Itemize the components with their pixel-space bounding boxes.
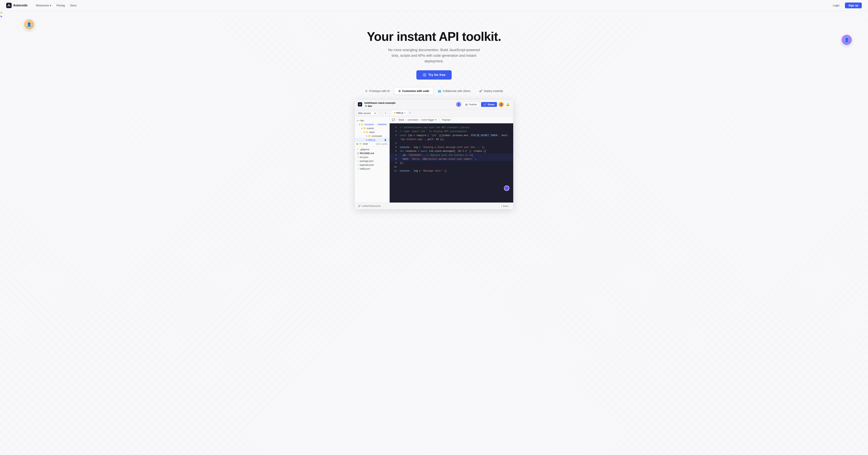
share-button[interactable]: 🔗 Share	[481, 102, 497, 107]
code-editor-area: hello.js ● + 💬 Slack — command — event t…	[390, 109, 513, 202]
code-line-8: 8 text: `Hello, <@${context.params.event…	[390, 157, 513, 161]
publish-icon: ▤	[465, 103, 467, 106]
editor-logo-icon: A	[358, 102, 362, 106]
service-selector[interactable]: Web service ▾	[357, 111, 377, 116]
code-selection: ​	[472, 154, 473, 157]
tree-www-folder[interactable]: ▶ 📁 www static assets	[355, 142, 390, 146]
users-icon: 👥	[438, 90, 441, 93]
file-icon: 📄	[357, 156, 359, 158]
editor-topbar-actions: 👤 ▤ Publish 🔗 Share 👤 🔔	[456, 102, 510, 107]
tree-file-env-json[interactable]: 📄 env.json	[355, 155, 390, 159]
tree-command-folder[interactable]: ▾ 📁 command	[355, 134, 390, 138]
event-trigger-selector[interactable]: Slack — command — event trigger ▾	[397, 118, 438, 122]
tab-collaborate[interactable]: 👥 Collaborate with others	[434, 87, 474, 95]
user-avatar-1: 👤	[456, 102, 461, 107]
inline-collaborator-avatar: ➤ 👤	[504, 186, 509, 191]
code-line-4: 4	[390, 141, 513, 145]
signup-button[interactable]: Sign up	[845, 2, 862, 8]
add-tab-button[interactable]: +	[408, 111, 412, 115]
tab-status-icon: ●	[404, 112, 405, 114]
payload-button[interactable]: Payload	[440, 118, 453, 122]
code-line-6: 6 let response = await lib.slack.message…	[390, 149, 513, 153]
folder-icon: 📁	[366, 131, 369, 134]
tree-root[interactable]: ▾ ● dev	[355, 119, 390, 123]
monitor-icon: 🖥	[365, 90, 368, 93]
nav-docs[interactable]: Docs	[68, 3, 79, 8]
hero-title: Your instant API toolkit.	[4, 30, 864, 43]
service-bar: Web service ▾ ⊙ ⚙	[355, 109, 390, 117]
code-line-3: 3 const lib = require ( 'lib' )({token: …	[390, 134, 513, 141]
slack-icon: 💬	[392, 118, 395, 121]
file-icon: 📄	[357, 164, 359, 166]
file-icon: 📄	[357, 148, 359, 151]
publish-button[interactable]: ▤ Publish	[463, 102, 479, 107]
active-dot-icon: ●	[359, 120, 360, 121]
navbar: Autocode Resources ▾ Pricing Docs Login …	[0, 0, 868, 11]
try-for-free-button[interactable]: → Try for free	[416, 70, 452, 79]
tree-file-package-json[interactable]: 📄 package.json	[355, 159, 390, 163]
linked-count-badge[interactable]: 1 linked	[499, 204, 510, 208]
editor-window: A keith/basic-slack-example dev 👤 ▤ Publ…	[354, 99, 514, 209]
code-icon: ⊞	[398, 90, 401, 93]
chevron-icon: ▾	[364, 131, 365, 134]
login-button[interactable]: Login	[830, 2, 842, 8]
tree-file-payloads-json[interactable]: 📄 payloads.json	[355, 163, 390, 167]
tab-customize[interactable]: ⊞ Customize with code	[394, 87, 433, 95]
code-line-10: 10	[390, 165, 513, 169]
user-avatar-2: 👤	[498, 102, 503, 107]
nav-pricing[interactable]: Pricing	[54, 3, 67, 8]
linked-resources: 🔗 Linked Resources	[358, 205, 380, 207]
tree-file-stdlib-json[interactable]: 📄 stdlib.json	[355, 167, 390, 171]
file-dot-icon	[394, 112, 395, 113]
file-icon: js	[366, 139, 367, 141]
avatar-float-2: 👤	[841, 34, 852, 46]
folder-icon: 📁	[363, 127, 366, 130]
hero-section: ➤ 👤 ➤ 👤 Your instant API toolkit. No mor…	[0, 11, 868, 209]
nav-resources[interactable]: Resources ▾	[34, 3, 54, 8]
editor-bottom-bar: 🔗 Linked Resources 1 linked	[355, 202, 513, 209]
code-line-11: 11 console . log ( 'Message sent!' );	[390, 169, 513, 173]
avatar-float-1: 👤	[23, 19, 35, 30]
code-line-1: 1 // authenticates you with the API stan…	[390, 126, 513, 130]
share-icon: 🔗	[484, 103, 487, 106]
editor-repo-path: keith/basic-slack-example	[365, 101, 396, 104]
chevron-icon: ▾	[366, 135, 367, 137]
code-line-5: 5 console . log ( 'Sending a Slack messa…	[390, 145, 513, 149]
folder-icon: 📁	[359, 142, 362, 145]
tree-file-readme[interactable]: 📋 README.md	[355, 152, 390, 155]
code-line-9: 9 });	[390, 161, 513, 165]
chevron-icon: ▾	[359, 123, 360, 126]
tree-events-folder[interactable]: ▾ 📁 events	[355, 126, 390, 130]
code-content[interactable]: 1 // authenticates you with the API stan…	[390, 123, 513, 202]
nav-actions: Login Sign up	[830, 2, 862, 8]
editor-topbar: A keith/basic-slack-example dev 👤 ▤ Publ…	[355, 99, 513, 109]
hero-content: Your instant API toolkit. No more wrangl…	[0, 18, 868, 87]
tree-file-hello-js[interactable]: js hello.js 👤	[355, 138, 390, 142]
code-line-7: 7 id: 'C01XXXXX' , // Replace with the C…	[390, 153, 513, 157]
chevron-icon: ▾	[357, 119, 358, 122]
settings-icon[interactable]: ⚙	[383, 111, 388, 116]
tree-file-gitignore[interactable]: 📄 .gitignore	[355, 148, 390, 152]
event-trigger-bar: 💬 Slack — command — event trigger ▾ Payl…	[390, 117, 513, 123]
folder-icon: 📁	[368, 135, 371, 137]
tree-separator	[355, 147, 390, 147]
cursor-arrow-1: ➤	[0, 11, 868, 14]
branch-status-dot	[365, 105, 367, 107]
hero-subtitle: No more wrangling documention. Build Jav…	[385, 47, 483, 64]
clock-icon[interactable]: ⊙	[378, 111, 382, 116]
notification-bell-icon[interactable]: 🔔	[505, 102, 510, 107]
tab-prototype[interactable]: 🖥 Prototype with AI	[361, 87, 394, 95]
tab-deploy[interactable]: 🚀 Deploy instantly	[475, 87, 507, 95]
chevron-down-icon: ▾	[50, 4, 51, 7]
cursor-arrow-2: ➤	[0, 14, 868, 18]
code-tab-hello-js[interactable]: hello.js ●	[392, 111, 407, 115]
folder-icon: 📁	[361, 123, 364, 126]
file-icon: 📄	[357, 160, 359, 162]
editor-branch: dev	[365, 104, 396, 107]
sidebar-action-icons: ⊙ ⚙	[378, 111, 388, 116]
tree-slack-folder[interactable]: ▾ 📁 slack	[355, 130, 390, 134]
chevron-icon: ▾	[361, 127, 363, 130]
tree-functions-folder[interactable]: ▾ 📁 functions endpoints	[355, 123, 390, 126]
brand-logo[interactable]: Autocode	[6, 3, 28, 8]
dropdown-arrow-icon: ▾	[374, 112, 376, 115]
